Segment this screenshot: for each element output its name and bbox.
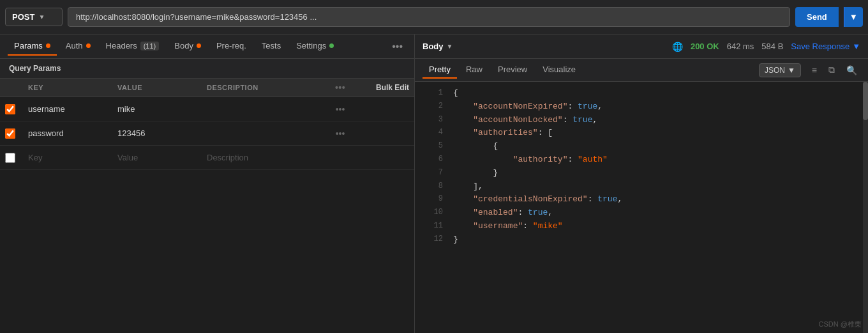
query-params-section-title: Query Params — [0, 59, 414, 79]
json-val-enabled: true — [528, 206, 548, 220]
json-line-6: 6 "authority": "auth" — [415, 153, 868, 167]
json-key-enabled: "enabled" — [473, 206, 518, 220]
json-viewer: 1 { 2 "accountNonExpired": true, 3 "acco… — [415, 82, 868, 333]
line-num-8: 8 — [420, 180, 443, 194]
save-response-label: Save Response — [791, 42, 849, 51]
row3-checkbox[interactable] — [5, 153, 15, 163]
tab-settings[interactable]: Settings — [290, 37, 340, 56]
json-line-3: 3 "accountNonLocked": true, — [415, 114, 868, 127]
top-bar: POST ▼ Send ▼ — [0, 0, 868, 35]
status-ok-badge: 200 OK — [691, 42, 719, 51]
tab-body[interactable]: Body — [168, 37, 207, 56]
row1-key: username — [28, 104, 117, 114]
json-val-accountNonLocked: true — [572, 114, 592, 127]
tab-tests-label: Tests — [262, 41, 281, 50]
resp-tab-preview[interactable]: Preview — [491, 61, 534, 79]
method-chevron-icon: ▼ — [38, 13, 45, 20]
json-line-2: 2 "accountNonExpired": true, — [415, 100, 868, 114]
row1-more-icon[interactable]: ••• — [329, 104, 352, 114]
line-num-12: 12 — [420, 233, 443, 247]
line-num-4: 4 — [420, 127, 443, 140]
right-panel: Body ▼ 🌐 200 OK 642 ms 584 B Save Respon… — [415, 35, 868, 333]
line-num-9: 9 — [420, 193, 443, 206]
body-dot — [197, 43, 201, 48]
json-val-username: "mike" — [533, 220, 563, 233]
body-dropdown-icon[interactable]: ▼ — [447, 43, 453, 50]
json-val-authority: "auth" — [578, 153, 608, 167]
method-selector[interactable]: POST ▼ — [5, 8, 63, 26]
table-row-empty: Key Value Description — [0, 146, 414, 170]
status-size-badge: 584 B — [761, 42, 783, 51]
json-brace-close: } — [453, 233, 458, 247]
col-header-key: KEY — [28, 84, 117, 91]
tab-headers[interactable]: Headers (11) — [100, 37, 166, 56]
line-num-6: 6 — [420, 153, 443, 167]
json-line-11: 11 "username": "mike" — [415, 220, 868, 233]
tab-prereq-label: Pre-req. — [216, 41, 246, 50]
tab-auth-label: Auth — [66, 41, 83, 50]
status-time-badge: 642 ms — [727, 42, 754, 51]
row3-description-placeholder: Description — [207, 153, 329, 162]
json-brace-open: { — [453, 87, 458, 100]
json-val-accountNonExpired: true — [578, 100, 597, 114]
params-dot — [46, 43, 50, 48]
json-line-4: 4 "authorities": [ — [415, 127, 868, 140]
table-row: password 123456 ••• — [0, 121, 414, 146]
tab-body-label: Body — [174, 41, 193, 50]
watermark: CSDN @椎栗 — [819, 320, 862, 329]
send-button[interactable]: Send — [795, 7, 839, 27]
json-line-7: 7 } — [415, 167, 868, 180]
row2-value: 123456 — [117, 128, 207, 138]
col-header-bulk-edit: Bulk Edit — [352, 83, 409, 92]
row2-more-icon[interactable]: ••• — [329, 128, 352, 139]
json-line-10: 10 "enabled": true, — [415, 206, 868, 220]
json-key-authority: "authority" — [513, 153, 568, 167]
json-format-selector[interactable]: JSON ▼ — [759, 63, 801, 77]
row3-key-placeholder: Key — [28, 153, 117, 162]
url-input[interactable] — [68, 7, 790, 27]
col-header-value: VALUE — [117, 84, 207, 91]
response-label: Body ▼ — [423, 42, 453, 51]
line-num-11: 11 — [420, 220, 443, 233]
col-header-more: ••• — [329, 82, 352, 93]
tab-params[interactable]: Params — [8, 37, 57, 56]
resp-tab-visualize[interactable]: Visualize — [536, 61, 582, 79]
main-layout: Params Auth Headers (11) Body Pre-req. T… — [0, 35, 868, 333]
response-format-tabs: Pretty Raw Preview Visualize JSON ▼ ≡ ⧉ … — [415, 59, 868, 82]
json-key-accountNonExpired: "accountNonExpired" — [473, 100, 567, 114]
tab-prereq[interactable]: Pre-req. — [210, 37, 253, 56]
vertical-scrollbar[interactable] — [863, 82, 868, 333]
section-title-text: Query Params — [9, 64, 61, 73]
request-tabs-bar: Params Auth Headers (11) Body Pre-req. T… — [0, 35, 414, 59]
json-format-label: JSON — [765, 66, 785, 75]
json-format-chevron-icon: ▼ — [788, 66, 795, 75]
line-num-10: 10 — [420, 206, 443, 220]
send-dropdown-button[interactable]: ▼ — [844, 7, 863, 27]
tab-settings-label: Settings — [296, 41, 326, 50]
scrollbar-thumb[interactable] — [863, 82, 868, 120]
json-line-8: 8 ], — [415, 180, 868, 194]
copy-icon[interactable]: ⧉ — [825, 63, 838, 77]
json-val-credentialsNonExpired: true — [597, 193, 617, 206]
resp-tab-raw[interactable]: Raw — [460, 61, 489, 79]
search-icon[interactable]: 🔍 — [843, 63, 860, 77]
resp-tab-pretty[interactable]: Pretty — [423, 61, 457, 79]
response-header-bar: Body ▼ 🌐 200 OK 642 ms 584 B Save Respon… — [415, 35, 868, 59]
save-response-button[interactable]: Save Response ▼ — [791, 42, 860, 51]
tab-auth[interactable]: Auth — [59, 37, 97, 56]
save-response-chevron-icon: ▼ — [852, 42, 860, 51]
tab-headers-label: Headers — [106, 41, 137, 50]
line-num-3: 3 — [420, 114, 443, 127]
row1-checkbox[interactable] — [5, 104, 15, 114]
line-num-1: 1 — [420, 87, 443, 100]
line-num-7: 7 — [420, 167, 443, 180]
json-line-9: 9 "credentialsNonExpired": true, — [415, 193, 868, 206]
tab-tests[interactable]: Tests — [255, 37, 287, 56]
row2-checkbox[interactable] — [5, 128, 15, 139]
filter-icon[interactable]: ≡ — [809, 63, 820, 77]
row1-value: mike — [117, 104, 207, 114]
more-tabs-icon[interactable]: ••• — [388, 38, 407, 55]
status-badges: 🌐 200 OK 642 ms 584 B Save Response ▼ — [672, 42, 860, 52]
line-num-2: 2 — [420, 100, 443, 114]
bulk-edit-button[interactable]: Bulk Edit — [376, 83, 409, 92]
